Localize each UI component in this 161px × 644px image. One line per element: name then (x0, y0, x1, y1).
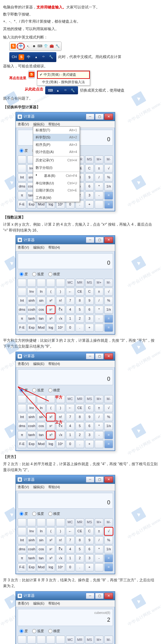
key-1x[interactable]: 1/x (104, 306, 113, 314)
key-M[interactable]: M+ (95, 155, 103, 164)
key-3[interactable]: 3 (85, 315, 94, 323)
key-[interactable]: π (18, 191, 26, 200)
close-button[interactable]: ✕ (104, 237, 113, 243)
key-4[interactable]: 4 (66, 545, 75, 553)
key-[interactable]: = (104, 554, 113, 562)
key-4[interactable]: 4 (66, 422, 75, 430)
menu-view[interactable]: 查看(V) (18, 122, 29, 126)
key-cosh[interactable]: cosh (27, 306, 36, 314)
menu-item[interactable]: 工作表(W) (33, 194, 80, 202)
key-9[interactable]: 9 (85, 413, 94, 421)
key-C[interactable]: C (85, 164, 94, 173)
key-[interactable]: / (95, 173, 103, 182)
menu-view[interactable]: 查看(V) (18, 601, 29, 605)
key-Mod[interactable]: Mod (37, 324, 46, 332)
key-Inv[interactable]: Inv (27, 288, 36, 296)
key-8[interactable]: 8 (76, 413, 84, 421)
key-[interactable]: ← (66, 527, 75, 535)
key-log[interactable]: log (46, 563, 55, 571)
key-FE[interactable]: F-E (18, 324, 26, 332)
key-[interactable]: = (104, 200, 113, 209)
key-[interactable]: ± (95, 288, 103, 296)
key-1x[interactable]: 1/x (104, 182, 113, 191)
maximize-button[interactable]: ▢ (95, 593, 104, 599)
key-ln[interactable]: ln (37, 527, 46, 535)
key-C[interactable]: C (85, 288, 94, 296)
key-MS[interactable]: MS (85, 395, 94, 403)
minimize-button[interactable]: ─ (86, 114, 94, 120)
menu-item[interactable]: 标准型(T)Alt+1 (33, 127, 80, 134)
key-[interactable]: % (104, 413, 113, 421)
settings-icon[interactable]: 🔧 (55, 44, 60, 49)
key-x[interactable]: √x (56, 315, 65, 323)
key-Int[interactable]: Int (18, 173, 26, 182)
key-Exp[interactable]: Exp (27, 563, 36, 571)
key-8[interactable]: 8 (76, 536, 84, 544)
key-[interactable]: + (85, 563, 94, 571)
key-4[interactable]: 4 (66, 306, 75, 314)
punct-icon[interactable]: •, (26, 44, 31, 49)
key-0[interactable]: 0 (66, 324, 75, 332)
key-tan[interactable]: tan (37, 315, 46, 323)
key-[interactable]: ( (46, 527, 55, 535)
key-6[interactable]: 6 (85, 422, 94, 430)
menu-item[interactable]: 科学型(S)Alt+2 (33, 134, 80, 141)
key-1x[interactable]: 1/x (104, 422, 113, 430)
key-tan[interactable]: tan (37, 431, 46, 439)
cn-tray-icon[interactable]: 中 (26, 54, 32, 60)
skin-icon[interactable]: 👕 (43, 44, 48, 49)
key-ln[interactable]: ln (37, 288, 46, 296)
key-sinh[interactable]: sinh (27, 297, 36, 305)
key-[interactable]: ± (95, 164, 103, 173)
key-[interactable]: ( (46, 404, 55, 412)
key-tanh[interactable]: tanh (27, 315, 36, 323)
minimize-button[interactable]: ─ (86, 476, 94, 483)
mode-grad[interactable]: 梯度 (48, 272, 60, 277)
key-x[interactable]: ∛x (56, 545, 65, 553)
key-[interactable]: = (104, 440, 113, 448)
key-x[interactable]: x³ (46, 554, 55, 562)
key-[interactable]: / (95, 413, 103, 421)
key-tanh[interactable]: tanh (27, 554, 36, 562)
menu-view[interactable]: 查看(V) (18, 485, 29, 489)
key-[interactable]: ← (66, 404, 75, 412)
key-cos[interactable]: cos (37, 306, 46, 314)
key-9[interactable]: 9 (85, 536, 94, 544)
key-x[interactable]: x³ (46, 431, 55, 439)
menu-item[interactable]: 单位转换(U)Ctrl+U (33, 180, 80, 187)
key-MS[interactable]: MS (85, 279, 94, 287)
key-cos[interactable]: cos (37, 545, 46, 553)
menu-help[interactable]: 帮助(H) (48, 122, 60, 126)
key-Exp[interactable]: Exp (27, 324, 36, 332)
key-cosh[interactable]: cosh (27, 422, 36, 430)
menu-item[interactable]: 程序员(P)Alt+3 (33, 141, 80, 149)
key-[interactable]: = (104, 315, 113, 323)
mode-grad[interactable]: 梯度 (48, 628, 60, 634)
mode-deg[interactable]: 度 (20, 272, 28, 277)
key-6[interactable]: 6 (85, 306, 94, 314)
key-n[interactable]: n! (56, 297, 65, 305)
key-[interactable]: % (104, 173, 113, 182)
close-button[interactable]: ✕ (104, 593, 113, 599)
key-MC[interactable]: MC (66, 636, 75, 644)
key-tan[interactable]: tan (37, 554, 46, 562)
key-MR[interactable]: MR (76, 279, 84, 287)
key-n[interactable]: n! (56, 413, 65, 421)
key-[interactable]: = (104, 431, 113, 439)
key-x[interactable]: x² (46, 413, 55, 421)
key-[interactable]: + (85, 440, 94, 448)
key-x[interactable]: xʸ (46, 545, 55, 553)
mode-grad[interactable]: 梯度 (48, 388, 60, 393)
key-[interactable]: . (76, 324, 84, 332)
key-FE[interactable]: F-E (18, 440, 26, 448)
key-5[interactable]: 5 (76, 422, 84, 430)
key-[interactable]: = (104, 191, 113, 200)
key-log[interactable]: log (46, 440, 55, 448)
key-7[interactable]: 7 (66, 536, 75, 544)
key-x[interactable]: √x (56, 554, 65, 562)
key-[interactable]: * (95, 306, 103, 314)
key-[interactable]: = (104, 563, 113, 571)
key-10[interactable]: 10ˣ (56, 440, 65, 448)
maximize-button[interactable]: ▢ (95, 476, 104, 483)
key-Exp[interactable]: Exp (27, 440, 36, 448)
